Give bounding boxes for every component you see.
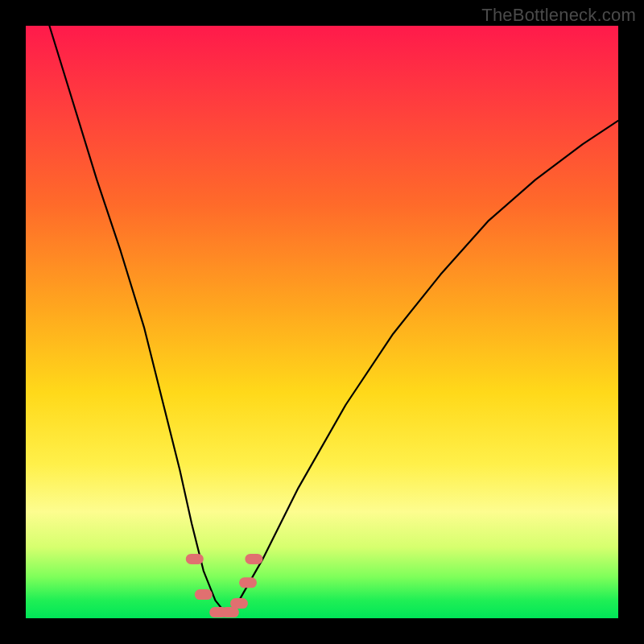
marker-point [195,589,213,600]
marker-point [245,554,262,564]
bottleneck-curve-path [49,26,618,615]
gradient-plot-area [26,26,618,618]
marker-point [230,598,248,609]
marker-group [186,554,263,617]
outer-frame: TheBottleneck.com [0,0,644,644]
marker-point [186,554,204,564]
watermark-text: TheBottleneck.com [481,5,636,26]
chart-svg [26,26,618,618]
marker-point [239,577,257,588]
